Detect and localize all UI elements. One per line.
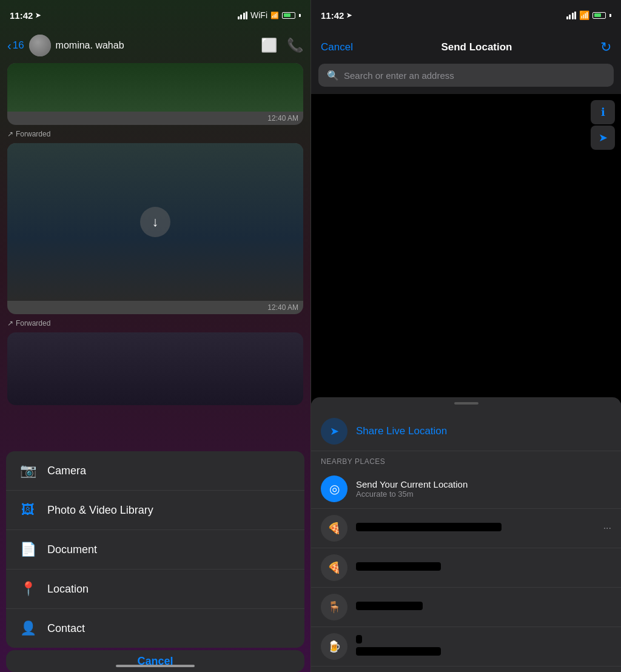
time-right: 11:42 ➤ [321,10,352,21]
timestamp-1: 12:40 AM [7,112,303,125]
more-dots-1: ··· [599,523,611,534]
map-location-button[interactable]: ➤ [591,126,615,150]
search-icon: 🔍 [327,70,339,81]
location-arrow-left: ➤ [35,12,41,19]
action-contact[interactable]: 👤 Contact [6,609,304,648]
share-live-icon: ➤ [321,418,347,445]
phone-call-button[interactable]: 📞 [287,38,303,53]
camera-icon: 📷 [18,461,38,480]
action-location-label: Location [47,583,89,596]
video-call-button[interactable]: ⬜ [261,38,277,53]
action-photo-label: Photo & Video Library [47,504,153,517]
chevron-left-icon: ‹ [7,39,12,53]
media-bubble-main: ↓ 12:40 AM [7,143,303,314]
right-panel: 11:42 ➤ 📶 Cancel Send Location ↻ 🔍 Searc… [310,0,621,672]
wifi-icon-left: WiFi [250,10,267,20]
forwarded-label-2: ↗ Forwarded [0,317,310,330]
signal-bars-right [566,12,577,19]
place-name-1 [356,523,502,531]
current-location-name: Send Your Current Location [356,479,611,489]
action-photo-video[interactable]: 🖼 Photo & Video Library [6,491,304,530]
status-icons-right: 📶 [566,10,612,20]
forwarded-label-1: ↗ Forwarded [0,127,310,141]
cancel-sheet[interactable]: Cancel [6,650,304,672]
share-live-label: Share Live Location [356,425,447,437]
place-icon-1: 🍕 [321,515,347,542]
location-arrow-right: ➤ [346,12,352,19]
map-view [311,94,621,403]
info-icon: ℹ [601,106,605,119]
place-name-2 [356,562,441,571]
action-document-label: Document [47,543,97,556]
place-row-4[interactable]: 🍺 [311,627,621,667]
action-contact-label: Contact [47,622,85,635]
signal-bars-left [238,12,248,19]
send-location-title: Send Location [441,41,512,53]
nav-bar-right: Cancel Send Location ↻ [311,30,621,64]
current-location-info: Send Your Current Location Accurate to 3… [356,479,611,499]
status-bar-right: 11:42 ➤ 📶 [311,0,621,30]
contact-icon: 👤 [18,619,38,638]
avatar [29,35,51,56]
place-name-4a [356,635,362,643]
media-bubble-top: 12:40 AM [7,63,303,125]
media-bubble-3 [7,332,303,405]
action-document[interactable]: 📄 Document [6,530,304,570]
map-info-button[interactable]: ℹ [591,100,615,124]
action-location[interactable]: 📍 Location [6,570,304,609]
download-button[interactable]: ↓ [140,207,170,237]
place-icon-2: 🍕 [321,554,347,581]
place-row-2[interactable]: 🍕 [311,548,621,588]
wifi-symbol-right: 📶 [579,10,589,20]
place-row-5[interactable]: 🏢 Mezzanine & 1st floor... [311,667,621,672]
search-bar-container[interactable]: 🔍 Search or enter an address [318,64,614,87]
place-icon-3: 🪑 [321,594,347,620]
refresh-button[interactable]: ↻ [600,39,611,55]
status-bar-left: 11:42 ➤ WiFi 📶 [0,0,310,30]
nearby-places-label: NEARBY PLACES [311,451,621,469]
action-camera-label: Camera [47,465,86,477]
photo-video-icon: 🖼 [18,500,38,520]
location-sheet: ➤ Share Live Location NEARBY PLACES ◎ Se… [311,397,621,672]
action-camera[interactable]: 📷 Camera [6,451,304,491]
wifi-symbol-left: 📶 [270,12,279,19]
timestamp-2: 12:40 AM [7,301,303,314]
contact-info[interactable]: momina. wahab [29,35,124,56]
map-area: ℹ ➤ [311,94,621,403]
back-count: 16 [13,39,24,52]
place-name-3 [356,602,423,610]
current-location-sublabel: Accurate to 35m [356,489,611,499]
home-indicator-left [116,665,195,667]
place-row-1[interactable]: 🍕 ··· [311,509,621,548]
compass-icon: ➤ [599,131,608,144]
nav-actions: ⬜ 📞 [261,38,303,53]
left-panel: 11:42 ➤ WiFi 📶 ‹ 16 [0,0,310,672]
search-placeholder: Search or enter an address [344,70,454,81]
battery-right [592,12,606,19]
current-location-icon: ◎ [321,475,347,502]
contact-name: momina. wahab [56,40,124,51]
nav-bar-left: ‹ 16 momina. wahab ⬜ 📞 [0,30,310,61]
time-left: 11:42 ➤ [10,10,41,21]
cancel-button-right[interactable]: Cancel [321,41,353,53]
battery-left [282,12,295,19]
map-overlay-buttons: ℹ ➤ [591,100,615,151]
location-icon: 📍 [18,579,38,599]
search-bar[interactable]: 🔍 Search or enter an address [318,64,614,87]
action-sheet: 📷 Camera 🖼 Photo & Video Library 📄 Docum… [6,451,304,648]
document-icon: 📄 [18,540,38,559]
current-location-row[interactable]: ◎ Send Your Current Location Accurate to… [311,469,621,509]
place-row-3[interactable]: 🪑 [311,588,621,627]
back-button[interactable]: ‹ 16 [7,39,24,53]
status-icons-left: WiFi 📶 [238,10,301,20]
share-live-row[interactable]: ➤ Share Live Location [311,412,621,451]
place-icon-4: 🍺 [321,633,347,660]
sheet-handle [454,402,478,405]
place-name-4b [356,647,441,656]
